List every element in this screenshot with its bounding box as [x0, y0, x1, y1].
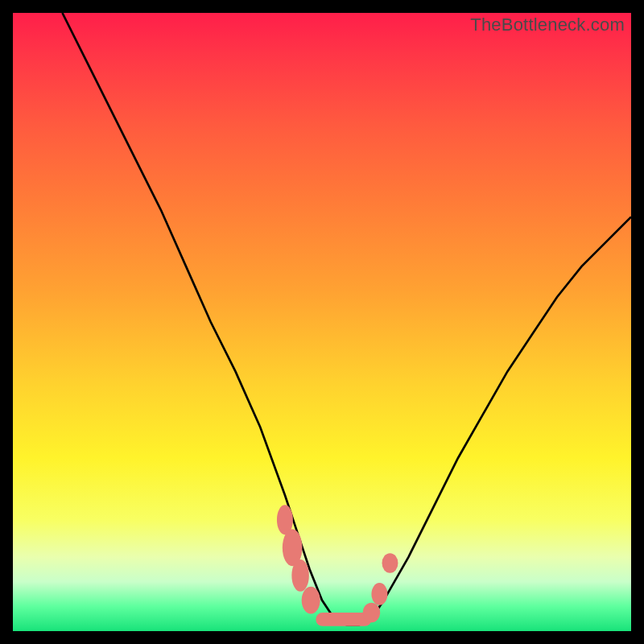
svg-point-6: [371, 583, 387, 605]
bottleneck-curve: [62, 13, 631, 625]
chart-frame: TheBottleneck.com: [0, 0, 644, 644]
svg-point-3: [302, 587, 320, 614]
svg-point-7: [382, 553, 398, 573]
svg-point-2: [291, 559, 309, 592]
svg-point-5: [363, 603, 381, 623]
chart-overlay: [13, 13, 631, 631]
